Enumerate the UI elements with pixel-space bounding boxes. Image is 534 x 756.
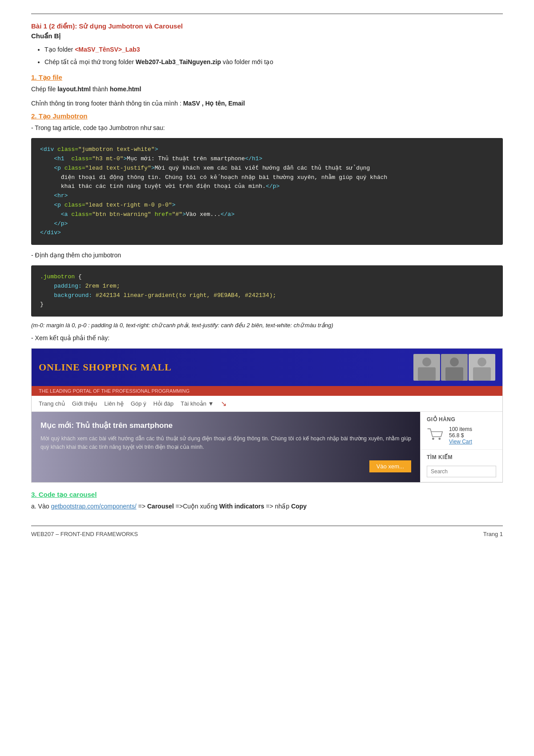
preview-main-title: Mục mới: Thủ thuật trên smartphone [40,421,411,430]
search-input[interactable] [427,466,496,477]
svg-rect-8 [473,367,491,381]
preview-subheader: THE LEADING PORTAL OF THE PROFESSIONAL P… [32,386,502,396]
preview-header-title: Online Shopping Mall [39,362,172,373]
person-icon-3 [469,354,495,381]
preview-nav: Trang chủ Giới thiệu Liên hệ Góp ý Hỏi đ… [32,396,502,412]
bullet1-before: Tạo folder [44,46,75,53]
footer-title: WEB207 – FRONT-END FRAMEWORKS [31,531,138,537]
main-section-title: Bài 1 (2 điểm): Sử dụng Jumbotron và Car… [31,22,503,30]
person-icon-1 [413,354,440,381]
bullet-list: Tạo folder <MaSV_TênSV>_Lab3 Chép tất cả… [31,45,503,67]
section2-title: 2. Tạo Jumbotron [31,112,503,120]
code-block-1: <div class="jumbotron text-white"> <h1 c… [31,138,503,245]
bullet2-before: Chép tất cả mọi thứ trong folder [44,58,136,65]
cart-price: 56.8 $ [449,432,472,439]
nav-gopy[interactable]: Góp ý [131,400,146,407]
svg-point-4 [450,358,459,366]
svg-point-9 [432,438,434,440]
svg-rect-5 [445,367,463,381]
footer-page-number: Trang 1 [483,531,503,537]
page-footer: WEB207 – FRONT-END FRAMEWORKS Trang 1 [31,525,503,537]
svg-point-7 [477,358,486,366]
cart-section: GIỎ HÀNG 100 items 56.8 $ View Cart [421,412,502,450]
cart-info: 100 items 56.8 $ View Cart [449,426,472,445]
search-title: TÌM KIẾM [427,454,496,460]
arrow-icon: ↘ [221,399,227,408]
code-block-2: .jumbotron { padding: 2rem 1rem; backgro… [31,265,503,317]
bullet-item-2: Chép tất cả mọi thứ trong folder Web207-… [44,57,503,67]
preview-sidebar: GIỎ HÀNG 100 items 56.8 $ View Cart [420,412,502,482]
nav-taikhoan[interactable]: Tài khoản ▼ [181,400,214,407]
preview-box: Online Shopping Mall [31,348,503,483]
svg-point-1 [422,358,431,366]
nav-hoidap[interactable]: Hỏi đáp [153,400,174,407]
subtitle: Chuẩn Bị [31,32,503,40]
cart-title: GIỎ HÀNG [427,416,496,423]
bullet2-after: vào folder mới tạo [221,58,274,65]
nav-lienhe[interactable]: Liên hệ [104,400,123,407]
preview-header: Online Shopping Mall [32,349,502,386]
section3-title: 3. Code tạo carousel [31,491,503,499]
format-intro: - Định dạng thêm cho jumbotron [31,250,503,261]
cart-items: 100 items [449,426,472,432]
section1-para2: Chỉnh thông tin trong footer thành thông… [31,98,503,109]
getbootstrap-link[interactable]: getbootstrap.com/components/ [51,503,136,510]
preview-btn[interactable]: Vào xem... [369,460,411,472]
bullet1-highlight: <MaSV_TênSV>_Lab3 [75,46,140,53]
section2-intro: - Trong tag article, code tạo Jumbotron … [31,123,503,134]
bullet-item-1: Tạo folder <MaSV_TênSV>_Lab3 [44,45,503,54]
subheader-text: THE LEADING PORTAL OF THE PROFESSIONAL P… [39,388,190,394]
cart-icon [427,427,445,443]
search-section: TÌM KIẾM [421,450,502,482]
section3-para: a. Vào getbootstrap.com/components/ => C… [31,501,503,512]
bullet2-highlight: Web207-Lab3_TaiNguyen.zip [136,58,221,65]
person-icon-2 [441,354,468,381]
cart-row: 100 items 56.8 $ View Cart [427,426,496,445]
view-cart-link[interactable]: View Cart [449,439,472,445]
preview-main: Mục mới: Thủ thuật trên smartphone Mời q… [32,412,420,482]
preview-content: Mục mới: Thủ thuật trên smartphone Mời q… [32,412,502,482]
nav-trangchu[interactable]: Trang chủ [39,400,65,407]
section1-title: 1. Tạo file [31,73,503,81]
nav-gioithieu[interactable]: Giới thiệu [72,400,97,407]
italic-note: (m-0: margin là 0, p-0 : padding là 0, t… [31,322,503,329]
svg-rect-2 [418,367,436,381]
result-label: - Xem kết quả phải thế này: [31,333,503,344]
svg-point-10 [438,438,441,440]
preview-main-text: Mời quý khách xem các bài viết hướng dẫn… [40,435,411,451]
preview-header-images [413,354,495,381]
section1-para1: Chép file layout.html thành home.html [31,84,503,95]
